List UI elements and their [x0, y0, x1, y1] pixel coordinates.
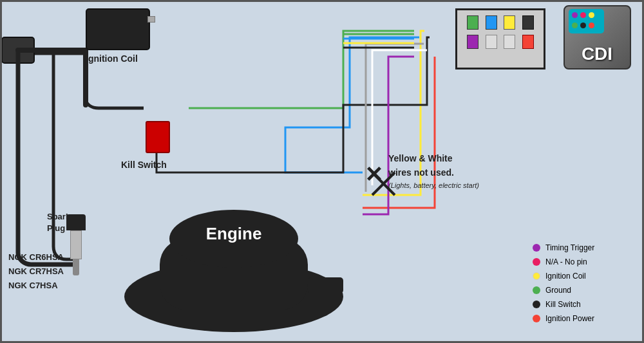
cdi-connector-box [455, 8, 545, 70]
legend: Timing Trigger N/A - No pin Ignition Coi… [533, 243, 636, 328]
kill-switch-body [146, 121, 170, 153]
svg-rect-10 [308, 277, 343, 293]
unused-wires-label: Yellow & White wires not used. (Lights, … [388, 151, 479, 191]
ignition-coil-body [86, 8, 150, 50]
cdi-label: CDI [582, 44, 612, 64]
legend-item-na: N/A - No pin [533, 257, 636, 266]
legend-label-coil: Ignition Coil [545, 272, 586, 281]
cdi-unit: CDI [555, 5, 639, 95]
legend-label-ground: Ground [545, 286, 571, 295]
diagram-container: Ignition Coil Kill Switch SparkPlug NGK … [0, 0, 644, 343]
kill-switch-label: Kill Switch [121, 160, 167, 170]
engine-specs: Engine [206, 219, 262, 248]
legend-dot-kill [533, 301, 540, 308]
legend-label-kill: Kill Switch [545, 300, 581, 309]
legend-item-power: Ignition Power [533, 314, 636, 323]
legend-item-coil: Ignition Coil [533, 272, 636, 281]
legend-label-power: Ignition Power [545, 314, 594, 323]
x-mark: ✕ [365, 162, 383, 187]
legend-item-ground: Ground [533, 286, 636, 295]
legend-dot-na [533, 258, 540, 266]
legend-dot-coil [533, 272, 540, 280]
legend-label-timing: Timing Trigger [545, 243, 594, 252]
legend-label-na: N/A - No pin [545, 257, 587, 266]
engine-silhouette: Engine [121, 200, 346, 338]
legend-dot-ground [533, 286, 540, 294]
legend-item-kill: Kill Switch [533, 300, 636, 309]
ngk-text: NGK CR6HSA NGK CR7HSA NGK C7HSA [8, 250, 64, 293]
spark-plug: SparkPlug [66, 214, 86, 275]
legend-dot-power [533, 315, 540, 322]
legend-dot-timing [533, 244, 540, 252]
ignition-coil-label: Ignition Coil [86, 53, 138, 64]
legend-item-timing: Timing Trigger [533, 243, 636, 252]
svg-rect-0 [2, 37, 34, 63]
